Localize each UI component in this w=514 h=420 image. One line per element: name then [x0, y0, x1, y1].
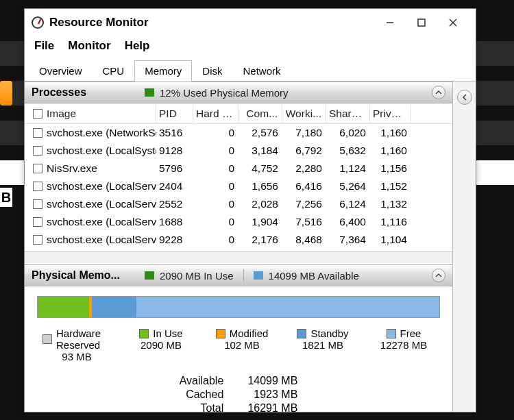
menu-file[interactable]: File — [34, 39, 54, 53]
processes-title: Processes — [32, 86, 145, 99]
legend-inuse: In Use 2090 MB — [130, 328, 192, 362]
processes-column-headers: Image PID Hard F... Com... Worki... Shar… — [25, 103, 452, 124]
menu-monitor[interactable]: Monitor — [68, 39, 110, 53]
cell-working: 7,180 — [282, 125, 326, 140]
memory-summary: Available 14099 MB Cached 1923 MB Total … — [37, 375, 440, 412]
menubar: File Monitor Help — [25, 36, 476, 60]
cell-private: 1,156 — [370, 161, 411, 176]
cell-private: 1,160 — [370, 143, 411, 158]
table-row[interactable]: svchost.exe (LocalServic...922802,1768,4… — [25, 231, 452, 249]
processes-horizontal-scrollbar[interactable] — [25, 251, 452, 263]
cell-working: 7,516 — [282, 214, 326, 230]
cell-share: 6,400 — [326, 214, 370, 230]
cell-hardfaults: 0 — [193, 232, 238, 247]
cell-hardfaults: 0 — [193, 143, 238, 158]
expand-charts-button[interactable] — [457, 90, 472, 105]
tab-overview[interactable]: Overview — [29, 60, 93, 82]
processes-table-body[interactable]: svchost.exe (NetworkSer...351602,5767,18… — [25, 124, 452, 251]
col-private[interactable]: Privat... — [370, 105, 411, 123]
table-row[interactable]: svchost.exe (LocalServic...240401,6566,4… — [25, 177, 452, 195]
col-hardfaults[interactable]: Hard F... — [193, 105, 238, 123]
row-checkbox[interactable] — [33, 217, 42, 227]
maximize-button[interactable] — [406, 12, 437, 33]
row-checkbox[interactable] — [33, 128, 42, 138]
table-row[interactable]: svchost.exe (LocalServic...255202,0287,2… — [25, 195, 452, 213]
table-row[interactable]: svchost.exe (LocalSyste...912803,1846,79… — [25, 142, 452, 160]
row-checkbox[interactable] — [33, 164, 42, 173]
cell-hardfaults: 0 — [193, 161, 238, 176]
close-button[interactable] — [437, 12, 469, 33]
window-title: Resource Monitor — [49, 16, 374, 29]
cell-pid: 9128 — [156, 143, 193, 158]
summary-cached-value: 1923 MB — [236, 388, 297, 401]
cell-pid: 9228 — [156, 232, 193, 247]
select-all-checkbox[interactable] — [33, 109, 42, 119]
legend-standby: Standby 1821 MB — [292, 328, 354, 362]
cell-private: 1,132 — [370, 197, 411, 212]
resource-monitor-window: Resource Monitor File Monitor Help Overv… — [24, 8, 476, 412]
col-commit[interactable]: Com... — [238, 105, 282, 123]
app-icon — [32, 16, 44, 29]
cell-working: 7,256 — [282, 197, 326, 212]
legend-modified: Modified 102 MB — [211, 328, 273, 362]
col-shareable[interactable]: Share... — [326, 105, 370, 123]
cell-hardfaults: 0 — [193, 125, 238, 140]
swatch-modified-icon — [216, 329, 225, 338]
physical-memory-title: Physical Memo... — [32, 269, 145, 282]
chart-sidebar — [452, 82, 476, 412]
inuse-indicator-icon — [145, 271, 154, 280]
tab-disk[interactable]: Disk — [192, 60, 232, 82]
cell-commit: 4,752 — [238, 161, 282, 176]
titlebar[interactable]: Resource Monitor — [25, 9, 476, 36]
table-row[interactable]: svchost.exe (LocalServic...168801,9047,5… — [25, 213, 452, 231]
cell-share: 6,124 — [326, 197, 370, 212]
cell-private: 1,160 — [370, 125, 411, 140]
tab-network[interactable]: Network — [233, 60, 291, 82]
separator — [243, 269, 244, 282]
col-image[interactable]: Image — [29, 105, 156, 123]
cell-share: 1,124 — [326, 161, 370, 176]
cell-working: 8,468 — [282, 232, 326, 247]
cell-private: 1,152 — [370, 179, 411, 194]
row-checkbox[interactable] — [33, 235, 42, 245]
summary-available-value: 14099 MB — [236, 375, 297, 387]
tab-cpu[interactable]: CPU — [93, 60, 135, 82]
section-physical-memory-header[interactable]: Physical Memo... 2090 MB In Use 14099 MB… — [25, 264, 452, 286]
summary-total-value: 16291 MB — [236, 402, 297, 412]
memory-usage-bar — [37, 296, 440, 318]
swatch-hardware-icon — [42, 334, 52, 344]
available-indicator-icon — [254, 271, 263, 280]
cell-share: 5,632 — [326, 143, 370, 158]
mem-segment-free — [136, 297, 439, 317]
row-checkbox[interactable] — [33, 182, 42, 191]
swatch-standby-icon — [297, 329, 306, 338]
physical-memory-body: Hardware Reserved 93 MB In Use 2090 MB M… — [25, 286, 452, 412]
collapse-physical-button[interactable] — [432, 269, 445, 282]
menu-help[interactable]: Help — [125, 39, 150, 53]
cell-commit: 1,656 — [238, 179, 282, 194]
cell-pid: 1688 — [156, 214, 193, 230]
cell-share: 6,020 — [326, 125, 370, 140]
tab-memory[interactable]: Memory — [134, 60, 192, 82]
cell-image: svchost.exe (LocalServic... — [47, 180, 156, 193]
svg-rect-1 — [418, 19, 425, 26]
table-row[interactable]: svchost.exe (NetworkSer...351602,5767,18… — [25, 124, 452, 142]
cell-pid: 2552 — [156, 197, 193, 212]
collapse-processes-button[interactable] — [432, 86, 445, 99]
swatch-free-icon — [387, 329, 396, 338]
minimize-button[interactable] — [374, 12, 406, 33]
section-processes-header[interactable]: Processes 12% Used Physical Memory — [25, 82, 452, 103]
cell-hardfaults: 0 — [193, 197, 238, 212]
tabstrip: Overview CPU Memory Disk Network — [25, 60, 476, 82]
col-pid[interactable]: PID — [156, 105, 193, 123]
cell-pid: 2404 — [156, 179, 193, 194]
cell-commit: 2,176 — [238, 232, 282, 247]
col-working[interactable]: Worki... — [282, 105, 326, 123]
row-checkbox[interactable] — [33, 199, 42, 209]
cell-hardfaults: 0 — [193, 179, 238, 194]
cell-commit: 3,184 — [238, 143, 282, 158]
cell-commit: 2,028 — [238, 197, 282, 212]
table-row[interactable]: NisSrv.exe579604,7522,2801,1241,156 — [25, 160, 452, 177]
summary-total-label: Total — [180, 402, 224, 412]
row-checkbox[interactable] — [33, 146, 42, 156]
